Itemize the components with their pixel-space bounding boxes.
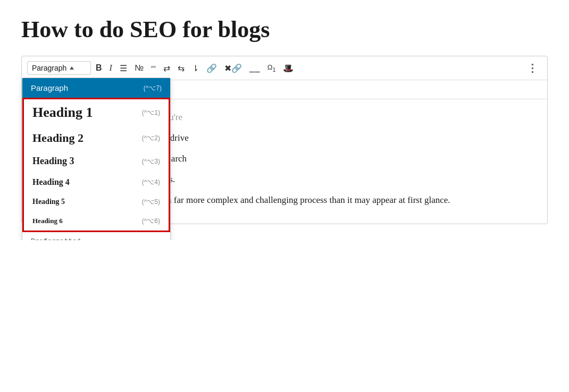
more-icon: ⋮ [527, 62, 538, 74]
unlink-button[interactable]: ✖🔗 [222, 61, 245, 75]
bold-icon: B [96, 63, 102, 73]
special-char-icon: Ω1 [267, 63, 276, 73]
person-icon: 🎩 [283, 63, 294, 73]
dropdown-item-h4[interactable]: Heading 4 (^⌥4) [24, 172, 169, 192]
unlink-icon: ✖🔗 [224, 63, 242, 73]
hr-icon: ⎯⎯ [249, 63, 260, 73]
dropdown-item-h1[interactable]: Heading 1 (^⌥1) [24, 99, 169, 126]
link-button[interactable]: 🔗 [204, 61, 220, 75]
h2-item-label: Heading 2 [32, 131, 83, 145]
dropdown-item-h2[interactable]: Heading 2 (^⌥2) [24, 126, 169, 150]
align-center-icon: ⇆ [178, 63, 185, 73]
h4-shortcut: (^⌥4) [142, 178, 160, 186]
h2-shortcut: (^⌥2) [142, 134, 160, 142]
page-title: How to do SEO for blogs [21, 16, 548, 43]
h5-item-label: Heading 5 [32, 198, 65, 206]
align-center-button[interactable]: ⇆ [175, 61, 187, 75]
person-button[interactable]: 🎩 [280, 61, 296, 75]
italic-icon: I [110, 63, 112, 73]
h4-item-label: Heading 4 [32, 177, 70, 187]
bold-button[interactable]: B [93, 61, 105, 75]
preformatted-item-label: Preformatted [31, 237, 81, 240]
h6-item-label: Heading 6 [32, 217, 63, 225]
paragraph-item-label: Paragraph [31, 83, 68, 92]
h3-item-label: Heading 3 [32, 156, 74, 167]
align-left-button[interactable]: ⇄ [161, 61, 173, 75]
editor-container: Paragraph B I ☰ № ““ ⇄ ⇆ [21, 56, 548, 224]
dropdown-item-h6[interactable]: Heading 6 (^⌥6) [24, 211, 169, 231]
bullet-list-button[interactable]: ☰ [117, 61, 130, 75]
h6-shortcut: (^⌥6) [142, 217, 160, 225]
paragraph-style-dropdown[interactable]: Paragraph [27, 61, 91, 75]
align-right-button[interactable]: ⇂ [189, 61, 202, 75]
dropdown-arrow-icon [70, 66, 74, 70]
h3-shortcut: (^⌥3) [142, 158, 160, 165]
dropdown-item-h3[interactable]: Heading 3 (^⌥3) [24, 150, 169, 172]
h1-item-label: Heading 1 [32, 105, 93, 121]
headings-group: Heading 1 (^⌥1) Heading 2 (^⌥2) Heading … [22, 98, 170, 232]
ordered-list-icon: № [135, 63, 144, 73]
more-options-button[interactable]: ⋮ [523, 59, 542, 76]
ordered-list-button[interactable]: № [132, 61, 146, 75]
italic-button[interactable]: I [107, 61, 115, 75]
paragraph-shortcut: (^⌥7) [144, 84, 162, 92]
align-right-icon: ⇂ [192, 63, 199, 73]
paragraph-style-label: Paragraph [32, 64, 66, 72]
toolbar-row1: Paragraph B I ☰ № ““ ⇄ ⇆ [22, 56, 547, 80]
h1-shortcut: (^⌥1) [142, 109, 160, 116]
dropdown-item-preformatted[interactable]: Preformatted [22, 232, 170, 240]
blockquote-button[interactable]: ““ [148, 62, 158, 74]
bullet-list-icon: ☰ [120, 63, 127, 73]
horizontal-rule-button[interactable]: ⎯⎯ [247, 61, 263, 75]
align-left-icon: ⇄ [163, 63, 170, 73]
link-icon: 🔗 [206, 63, 217, 73]
special-char-button[interactable]: Ω1 [265, 61, 279, 75]
dropdown-item-paragraph[interactable]: Paragraph (^⌥7) [22, 78, 170, 98]
style-dropdown-menu: Paragraph (^⌥7) Heading 1 (^⌥1) Heading … [22, 78, 171, 240]
h5-shortcut: (^⌥5) [142, 198, 160, 206]
blockquote-icon: ““ [151, 64, 156, 72]
dropdown-item-h5[interactable]: Heading 5 (^⌥5) [24, 192, 169, 211]
